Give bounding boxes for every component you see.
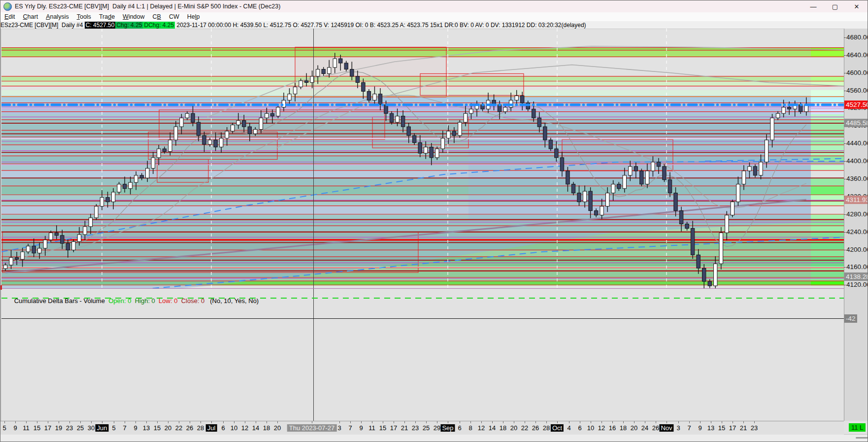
- date-axis-label: 8: [468, 424, 472, 432]
- price-axis-tick: [844, 250, 846, 250]
- app-window: ES Yrly Dly. ESz23-CME [CBV][M] Daily #4…: [0, 0, 868, 442]
- date-axis-tick: [157, 421, 158, 423]
- date-axis-tick: [48, 421, 48, 423]
- date-axis-label: 7: [687, 424, 691, 432]
- delta-value-label: -42: [844, 314, 857, 323]
- date-axis-tick: [114, 421, 114, 423]
- date-axis-label: 26: [532, 424, 539, 432]
- date-axis-label: 24: [641, 424, 648, 432]
- date-axis-label: 9: [13, 424, 17, 432]
- date-axis-tick: [168, 421, 168, 423]
- date-axis-tick: [557, 421, 558, 423]
- date-axis-label: 25: [77, 424, 84, 432]
- date-axis-label: 18: [263, 424, 270, 432]
- date-axis-tick: [569, 421, 569, 423]
- date-axis-label: 12: [478, 424, 485, 432]
- date-axis-label: 11: [368, 424, 375, 432]
- date-axis-tick: [700, 421, 701, 423]
- date-axis-tick: [711, 421, 711, 423]
- price-axis-tick: [844, 232, 846, 233]
- date-axis-tick: [102, 421, 102, 423]
- date-axis-tick: [179, 421, 179, 423]
- delta-baseline: [1, 318, 844, 319]
- date-axis-tick: [492, 421, 493, 423]
- date-axis-tick: [383, 421, 383, 423]
- date-axis-label: 9: [698, 424, 701, 432]
- date-axis-tick: [15, 421, 16, 423]
- study-value-label: 4311.93: [844, 196, 868, 204]
- date-axis-tick: [394, 421, 394, 423]
- price-axis-tick: [844, 161, 846, 162]
- subgraph-open: Open: 0: [108, 297, 131, 305]
- date-axis-tick: [514, 421, 514, 423]
- date-axis-tick: [91, 421, 92, 423]
- date-axis-tick: [339, 421, 340, 423]
- date-axis-month-label: Jun: [96, 424, 109, 432]
- date-axis-tick: [580, 421, 580, 423]
- price-axis-tick-label: 4600.00: [846, 69, 868, 76]
- date-axis-label: 15: [33, 424, 40, 432]
- date-axis-label: 3: [337, 424, 341, 432]
- date-axis-label: 9: [359, 424, 363, 432]
- date-axis-tick: [256, 421, 256, 423]
- subgraph-study-label: Cumulative Delta Bars - Volume Open: 0 H…: [3, 290, 259, 298]
- panel-divider[interactable]: [1, 288, 844, 289]
- date-axis-tick: [612, 421, 613, 423]
- date-axis-tick: [135, 421, 136, 423]
- date-axis-label: 6: [578, 424, 581, 432]
- price-axis-tick-label: 4200.00: [846, 246, 868, 253]
- date-axis-tick: [525, 421, 525, 423]
- date-axis-label: 26: [652, 424, 659, 432]
- date-axis-label: 18: [500, 424, 506, 432]
- bar-countdown-badge: 11 L: [849, 423, 866, 432]
- price-axis-tick: [844, 267, 846, 268]
- date-axis-label: 5: [2, 424, 6, 432]
- date-axis-label: 21: [401, 424, 408, 432]
- price-axis-tick-label: 4560.00: [846, 87, 868, 94]
- price-axis-tick-label: 4640.00: [846, 51, 868, 59]
- date-axis-label: 13: [707, 424, 714, 432]
- price-axis-tick: [844, 73, 846, 73]
- date-axis-month-label: Oct: [551, 424, 564, 432]
- price-axis-tick-label: 4120.00: [846, 281, 868, 288]
- date-axis-label: 12: [241, 424, 248, 432]
- date-axis-label: 28: [543, 424, 550, 432]
- price-axis-tick: [844, 214, 846, 215]
- date-axis-tick: [722, 421, 722, 423]
- price-axis-tick-label: 4360.00: [846, 175, 868, 182]
- date-axis-tick: [667, 421, 667, 423]
- subgraph-name: Cumulative Delta Bars - Volume: [14, 297, 105, 305]
- date-axis-tick: [503, 421, 503, 423]
- date-axis[interactable]: 5911151719232530Jun579131520222628Jul610…: [0, 421, 844, 435]
- date-axis-label: 30: [88, 424, 95, 432]
- date-axis-tick: [678, 421, 679, 423]
- date-axis-label: 10: [587, 424, 594, 432]
- date-axis-tick: [426, 421, 427, 423]
- date-axis-tick: [245, 421, 245, 423]
- date-axis-label: 29: [434, 424, 440, 432]
- date-axis-label: 23: [751, 424, 758, 432]
- resize-grip[interactable]: [856, 437, 868, 439]
- date-axis-label: 18: [620, 424, 627, 432]
- date-axis-label: 14: [252, 424, 259, 432]
- price-axis-tick-label: 4240.00: [846, 228, 868, 236]
- price-axis-tick: [844, 37, 846, 38]
- subgraph-params: (No, 10, Yes, No): [210, 297, 259, 305]
- date-axis-label: 23: [66, 424, 73, 432]
- price-axis-tick: [844, 179, 846, 179]
- price-axis-tick: [844, 55, 846, 56]
- date-axis-label: 6: [221, 424, 225, 432]
- chart-canvas[interactable]: 4680.004640.004600.004560.004520.004480.…: [0, 0, 868, 442]
- date-axis-tick: [460, 421, 460, 423]
- date-axis-label: 7: [123, 424, 126, 432]
- price-axis-tick: [844, 285, 846, 285]
- date-axis-label: 22: [521, 424, 528, 432]
- date-axis-tick: [211, 421, 212, 423]
- date-axis-tick: [415, 421, 416, 423]
- date-axis-tick: [733, 421, 733, 423]
- date-axis-tick: [743, 421, 744, 423]
- date-axis-tick: [37, 421, 37, 423]
- date-axis-label: 14: [489, 424, 496, 432]
- date-axis-label: 23: [412, 424, 419, 432]
- date-axis-label: 5: [112, 424, 115, 432]
